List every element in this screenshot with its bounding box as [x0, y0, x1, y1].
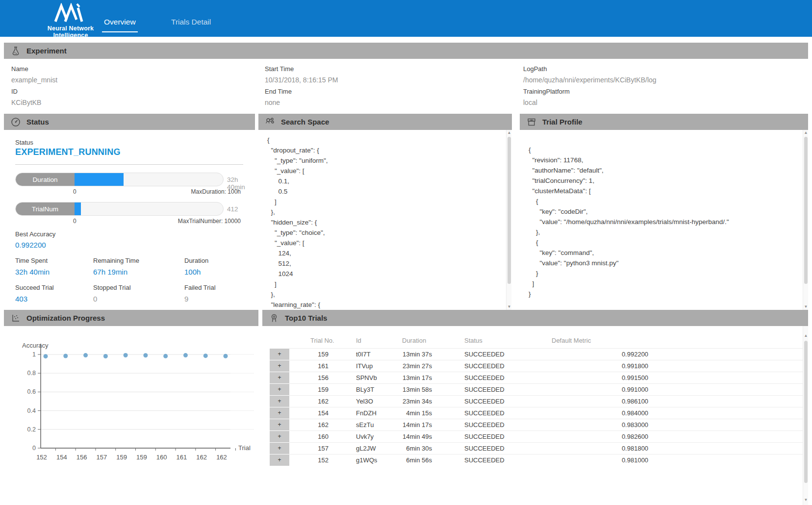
top10-scrollbar[interactable]: ▲ ▼	[803, 326, 808, 505]
expand-icon[interactable]: +	[270, 407, 289, 419]
scatter-point[interactable]	[224, 354, 228, 358]
cell-id: FnDZH	[329, 407, 382, 419]
failed-trial-value: 9	[184, 295, 188, 303]
code-line: "_type": "choice",	[267, 227, 503, 238]
expand-icon[interactable]: +	[270, 443, 289, 454]
expand-icon[interactable]: +	[270, 431, 289, 442]
table-row: +154FnDZH4min 15sSUCCEEDED0.984000	[262, 407, 808, 419]
trial-profile-header: Trial Profile	[520, 114, 808, 130]
duration-progress-bar: Duration	[15, 173, 224, 186]
cell-default-metric: 0.982600	[552, 430, 718, 442]
cell-duration: 13min 58s	[382, 383, 434, 395]
brand: Neural Network Intelligence	[31, 3, 110, 39]
expand-icon[interactable]: +	[270, 396, 289, 407]
chart-ylabel: Accuracy	[22, 342, 49, 349]
scatter-point[interactable]	[203, 354, 208, 358]
expand-icon[interactable]: +	[270, 349, 289, 360]
code-line: },	[267, 207, 503, 217]
table-row: +162sEzTu14min 17sSUCCEEDED0.983000	[262, 419, 808, 430]
expand-icon[interactable]: +	[270, 454, 289, 466]
cell-duration: 23min 34s	[382, 395, 434, 407]
expander-cell: +	[262, 442, 289, 454]
code-line: "_value": [	[267, 238, 503, 248]
search-space-scroll-thumb[interactable]	[508, 137, 511, 284]
stopped-trial-label: Stopped Trial	[93, 284, 131, 291]
field-label-id: ID	[11, 88, 18, 95]
cell-status: SUCCEEDED	[434, 348, 552, 360]
cell-default-metric: 0.991500	[552, 372, 718, 383]
scatter-point[interactable]	[83, 353, 88, 357]
scroll-down-icon[interactable]: ▼	[507, 304, 512, 310]
trial-profile-scroll-thumb[interactable]	[804, 137, 808, 284]
time-spent-value: 32h 40min	[15, 268, 50, 276]
scatter-point[interactable]	[44, 354, 48, 358]
chart-ytick: 0	[32, 445, 36, 452]
scatter-point[interactable]	[163, 354, 168, 358]
failed-trial-label: Failed Trial	[184, 284, 216, 291]
status-label: Status	[15, 139, 33, 146]
scroll-up-icon[interactable]: ▲	[507, 130, 512, 136]
succeed-trial-label: Succeed Trial	[15, 284, 54, 291]
chart-xtick: 159	[116, 454, 127, 461]
table-row: +160Uvk7y14min 49sSUCCEEDED0.982600	[262, 430, 808, 442]
network-icon	[265, 117, 276, 127]
top10-title: Top10 Trials	[285, 314, 327, 322]
cell-trial-no: 159	[289, 348, 329, 360]
field-value-end-time: none	[265, 99, 280, 106]
scroll-up-icon[interactable]: ▲	[803, 130, 809, 136]
scatter-point[interactable]	[143, 353, 148, 357]
cell-id: Yel3O	[329, 395, 382, 407]
trial-profile-scrollbar[interactable]: ▲ ▼	[803, 130, 808, 310]
cell-default-metric: 0.984000	[552, 407, 718, 419]
cell-trial-no: 160	[289, 430, 329, 442]
cell-filler	[718, 419, 808, 430]
code-line: ]	[529, 278, 801, 289]
scroll-down-icon[interactable]: ▼	[803, 497, 809, 503]
code-line: {	[529, 145, 801, 155]
scroll-up-icon[interactable]: ▲	[803, 333, 809, 339]
duration-max: MaxDuration: 100h	[15, 188, 241, 195]
expand-icon[interactable]: +	[270, 372, 289, 383]
expand-icon[interactable]: +	[270, 360, 289, 372]
cell-default-metric: 0.992200	[552, 348, 718, 360]
search-space-header: Search Space	[258, 114, 512, 130]
cell-id: gL2JW	[329, 442, 382, 454]
top10-scroll-thumb[interactable]	[804, 341, 808, 483]
experiment-title: Experiment	[26, 47, 67, 55]
expander-cell: +	[262, 395, 289, 407]
cell-id: g1WQs	[329, 454, 382, 466]
search-space-title: Search Space	[281, 118, 329, 126]
cell-status: SUCCEEDED	[434, 395, 552, 407]
search-space-scrollbar[interactable]: ▲ ▼	[506, 130, 511, 310]
scroll-down-icon[interactable]: ▼	[803, 304, 809, 310]
field-value-logpath: /home/quzha/nni/experiments/KCiBytKB/log	[523, 76, 657, 84]
tab-trials-detail[interactable]: Trials Detail	[171, 18, 211, 26]
expander-cell: +	[262, 372, 289, 383]
code-line: "learning_rate": {	[267, 300, 503, 310]
code-line: }	[529, 268, 801, 278]
code-line: "_type": "uniform",	[267, 155, 503, 166]
code-line: 512,	[267, 258, 503, 269]
cell-duration: 14min 49s	[382, 430, 434, 442]
chart-ytick: 0.6	[27, 388, 36, 395]
scatter-point[interactable]	[103, 354, 108, 358]
scatter-point[interactable]	[63, 354, 68, 358]
scatter-point[interactable]	[124, 353, 128, 357]
status-body: Status EXPERIMENT_RUNNING Duration 32h 4…	[4, 114, 255, 310]
chart-xtick: 159	[136, 454, 147, 461]
code-line: "trialConcurrency": 1,	[529, 176, 801, 186]
code-line: "revision": 11768,	[529, 155, 801, 165]
tab-overview[interactable]: Overview	[104, 18, 136, 26]
field-label-logpath: LogPath	[523, 65, 547, 73]
cell-filler	[718, 430, 808, 442]
expand-icon[interactable]: +	[270, 419, 289, 430]
expander-cell: +	[262, 419, 289, 430]
cell-filler	[718, 383, 808, 395]
table-row: +157gL2JW6min 30sSUCCEEDED0.981800	[262, 442, 808, 454]
code-line: "_value": [	[267, 166, 503, 176]
cell-trial-no: 162	[289, 419, 329, 430]
optimization-title: Optimization Progress	[26, 314, 105, 322]
scatter-point[interactable]	[183, 353, 188, 357]
cell-filler	[718, 372, 808, 383]
expand-icon[interactable]: +	[270, 384, 289, 395]
